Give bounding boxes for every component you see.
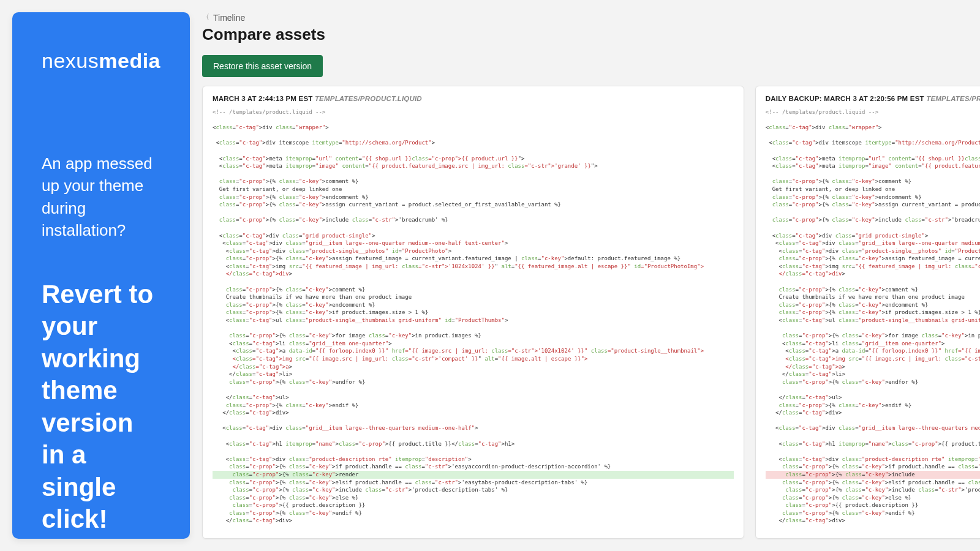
brand-bold: media: [99, 49, 160, 72]
breadcrumb[interactable]: 〈 Timeline: [202, 12, 980, 23]
breadcrumb-label: Timeline: [213, 13, 245, 23]
diff-panes: MARCH 3 AT 2:44:13 PM EST TEMPLATES/PROD…: [202, 86, 980, 539]
right-code-viewer[interactable]: <!-- /templates/product.liquid --> <clas…: [766, 108, 980, 530]
brand-logo: nexusmedia: [42, 49, 160, 73]
restore-button[interactable]: Restore this asset version: [202, 55, 323, 77]
right-pane-header: DAILY BACKUP: MARCH 3 AT 2:20:56 PM EST …: [766, 95, 980, 102]
left-pane-header: MARCH 3 AT 2:44:13 PM EST TEMPLATES/PROD…: [213, 95, 734, 102]
promo-sidebar: nexusmedia An app messed up your theme d…: [12, 12, 190, 539]
brand-light: nexus: [42, 49, 99, 72]
right-timestamp: DAILY BACKUP: MARCH 3 AT 2:20:56 PM EST: [766, 95, 924, 102]
chevron-left-icon: 〈: [202, 12, 209, 23]
left-code-viewer[interactable]: <!-- /templates/product.liquid --> <clas…: [213, 108, 734, 530]
promo-tagline: An app messed up your theme during insta…: [42, 152, 160, 242]
right-path: TEMPLATES/PRODUCT.LIQUID: [926, 95, 980, 102]
page-title: Compare assets: [202, 25, 980, 44]
left-path: TEMPLATES/PRODUCT.LIQUID: [315, 95, 422, 102]
right-pane: DAILY BACKUP: MARCH 3 AT 2:20:56 PM EST …: [755, 86, 980, 539]
left-pane: MARCH 3 AT 2:44:13 PM EST TEMPLATES/PROD…: [202, 86, 744, 539]
main-content: 〈 Timeline Compare assets Restore this a…: [202, 12, 980, 539]
toolbar: Restore this asset version Choose compar…: [202, 55, 980, 77]
promo-headline: Revert to your working theme version in …: [42, 279, 160, 536]
left-timestamp: MARCH 3 AT 2:44:13 PM EST: [213, 95, 312, 102]
